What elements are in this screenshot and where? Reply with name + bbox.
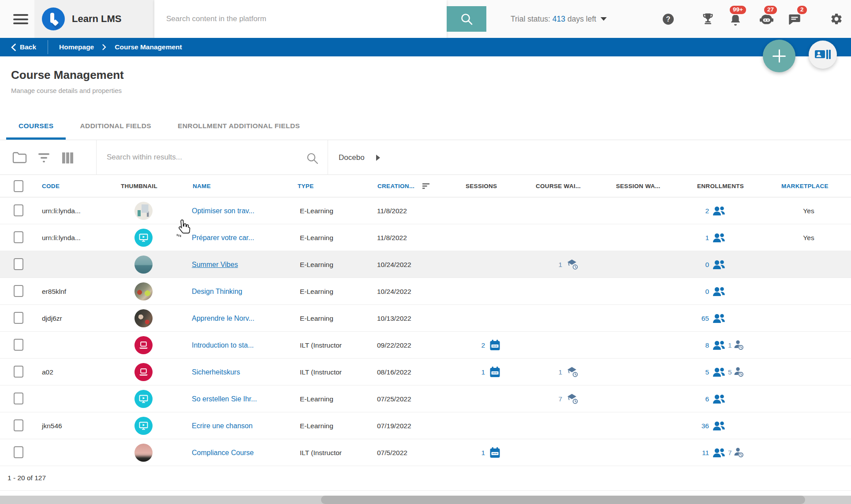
course-name-link[interactable]: Compliance Course: [192, 439, 254, 466]
filter-icon[interactable]: [38, 153, 50, 163]
row-checkbox[interactable]: [14, 339, 23, 351]
app-logo[interactable]: Learn LMS: [34, 0, 154, 38]
tab-enrollment-additional-fields[interactable]: ENROLLMENT ADDITIONAL FIELDS: [178, 112, 300, 140]
breadcrumb: Homepage Course Management: [59, 38, 182, 56]
trial-status-dropdown[interactable]: Trial status: 413 days left: [511, 0, 607, 38]
search-within-results-input[interactable]: [107, 140, 301, 174]
elearning-monitor-play-icon: [139, 395, 148, 403]
course-thumbnail: [134, 417, 153, 435]
column-header-thumbnail: THUMBNAIL: [121, 175, 157, 197]
course-name-link[interactable]: Introduction to sta...: [192, 332, 254, 359]
row-checkbox[interactable]: [14, 312, 23, 324]
sort-icon[interactable]: [422, 183, 430, 189]
folder-selector[interactable]: Docebo: [339, 140, 380, 175]
column-header-marketplace[interactable]: MARKETPLACE: [781, 175, 829, 197]
column-header-type[interactable]: TYPE: [298, 175, 314, 197]
course-type: E-Learning: [300, 197, 333, 224]
course-type: E-Learning: [300, 305, 333, 332]
results-search-icon[interactable]: [306, 152, 318, 164]
course-name-link[interactable]: Ecrire une chanson: [192, 412, 253, 439]
course-waitlist-count[interactable]: 1: [503, 359, 579, 385]
breadcrumb-homepage[interactable]: Homepage: [59, 43, 94, 51]
enrollments-count[interactable]: 65: [661, 305, 726, 332]
enrolled-users-icon: [712, 421, 726, 431]
footer-divider: [0, 490, 851, 491]
course-type: E-Learning: [300, 385, 333, 412]
enrollments-count[interactable]: 1: [661, 224, 726, 251]
enrollments-count[interactable]: 36: [661, 412, 726, 439]
course-code: djdj6zr: [42, 305, 62, 332]
hamburger-menu-icon[interactable]: [13, 14, 28, 24]
breadcrumb-bar: Back Homepage Course Management: [0, 38, 851, 56]
row-checkbox[interactable]: [14, 419, 23, 431]
row-checkbox[interactable]: [14, 204, 23, 216]
enrolled-users-icon: [712, 233, 726, 243]
help-icon[interactable]: ?: [662, 13, 674, 25]
marketplace-flag: [781, 385, 836, 412]
columns-icon[interactable]: [62, 152, 74, 163]
enrolled-users-icon: [712, 341, 726, 350]
course-name-link[interactable]: So erstellen Sie Ihr...: [192, 385, 257, 412]
table-row: jkn546 Ecrire une chanson E-Learning 07/…: [0, 412, 851, 439]
enrollments-count[interactable]: 0: [661, 278, 726, 305]
sessions-count[interactable]: 1: [445, 359, 500, 385]
toolbar-divider: [96, 140, 97, 175]
new-course-button[interactable]: [763, 40, 795, 72]
course-thumbnail: [134, 202, 153, 220]
select-all-checkbox[interactable]: [14, 180, 23, 192]
sessions-count[interactable]: 2: [445, 332, 500, 359]
column-header-creation-date[interactable]: CREATION...: [377, 175, 414, 197]
course-catalog-panel-button[interactable]: [809, 41, 837, 69]
enrollments-count[interactable]: 8 1: [661, 332, 744, 359]
course-type: E-Learning: [300, 412, 333, 439]
tab-courses[interactable]: COURSES: [6, 112, 66, 140]
table-toolbar: Docebo: [0, 140, 851, 175]
course-name-link[interactable]: Optimiser son trav...: [192, 197, 254, 224]
table-row: So erstellen Sie Ihr... E-Learning 07/25…: [0, 385, 851, 412]
assistant-bot-icon[interactable]: [760, 14, 773, 26]
course-name-link[interactable]: Summer Vibes: [192, 251, 238, 278]
enrollments-count[interactable]: 6: [661, 385, 726, 412]
calendar-icon: [489, 367, 500, 378]
tab-additional-fields[interactable]: ADDITIONAL FIELDS: [80, 112, 151, 140]
course-name-link[interactable]: Apprendre le Norv...: [192, 305, 254, 332]
global-search-button[interactable]: [447, 6, 486, 32]
enrolled-users-icon: [712, 394, 726, 404]
gamification-trophy-icon[interactable]: [702, 12, 714, 25]
course-name-link[interactable]: Sicherheitskurs: [192, 359, 240, 385]
enrollments-count[interactable]: 11 7: [661, 439, 744, 466]
horizontal-scrollbar-thumb[interactable]: [321, 496, 805, 504]
back-button[interactable]: Back: [11, 38, 36, 56]
top-bar: Learn LMS Trial status: 413 days left ? …: [0, 0, 851, 38]
column-header-name[interactable]: NAME: [193, 175, 211, 197]
course-thumbnail: [134, 256, 153, 274]
course-type: ILT (Instructor: [300, 439, 342, 466]
row-checkbox[interactable]: [14, 231, 23, 243]
enrollments-count[interactable]: 0: [661, 251, 726, 278]
enrollments-count[interactable]: 2: [661, 197, 726, 224]
course-waitlist-count[interactable]: 1: [503, 251, 579, 278]
enrollments-count[interactable]: 5 5: [661, 359, 744, 385]
course-name-link[interactable]: Design Thinking: [192, 278, 242, 305]
marketplace-flag: [781, 278, 836, 305]
search-icon: [460, 12, 473, 26]
ilt-laptop-icon: [139, 368, 148, 376]
row-checkbox[interactable]: [14, 285, 23, 297]
folder-icon[interactable]: [12, 152, 27, 164]
course-waitlist-count[interactable]: 7: [503, 385, 579, 412]
row-checkbox[interactable]: [14, 393, 23, 404]
row-checkbox[interactable]: [14, 446, 23, 458]
course-name-link[interactable]: Préparer votre car...: [192, 224, 254, 251]
sessions-count[interactable]: 1: [445, 439, 500, 466]
column-header-code[interactable]: CODE: [42, 175, 60, 197]
row-checkbox[interactable]: [14, 366, 23, 378]
course-type: ILT (Instructor: [300, 359, 342, 385]
settings-gear-icon[interactable]: [830, 12, 843, 26]
messages-chat-icon[interactable]: [788, 13, 801, 25]
row-checkbox[interactable]: [14, 258, 23, 270]
table-row: a02 Sicherheitskurs ILT (Instructor 08/1…: [0, 359, 851, 385]
ilt-laptop-icon: [139, 341, 148, 349]
global-search-input[interactable]: [154, 0, 447, 38]
waiting-users-icon: [734, 367, 744, 377]
column-header-course-waitlist: COURSE WAI...: [536, 175, 581, 197]
